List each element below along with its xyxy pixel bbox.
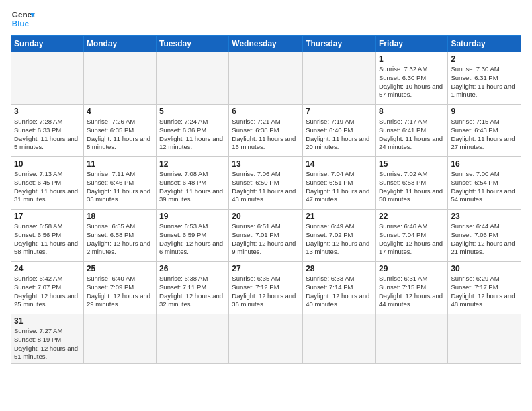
weekday-header-monday: Monday bbox=[83, 36, 156, 52]
calendar-cell: 26Sunrise: 6:38 AM Sunset: 7:11 PM Dayli… bbox=[157, 262, 229, 314]
week-row-1: 1Sunrise: 7:32 AM Sunset: 6:30 PM Daylig… bbox=[11, 52, 521, 105]
calendar-cell: 29Sunrise: 6:31 AM Sunset: 7:15 PM Dayli… bbox=[375, 262, 447, 314]
day-info: Sunrise: 6:29 AM Sunset: 7:17 PM Dayligh… bbox=[451, 275, 518, 309]
day-number: 31 bbox=[14, 316, 81, 326]
day-info: Sunrise: 7:11 AM Sunset: 6:46 PM Dayligh… bbox=[87, 170, 153, 204]
calendar-cell: 16Sunrise: 7:00 AM Sunset: 6:54 PM Dayli… bbox=[448, 157, 521, 210]
day-number: 1 bbox=[379, 54, 445, 64]
day-number: 14 bbox=[306, 159, 373, 169]
week-row-4: 17Sunrise: 6:58 AM Sunset: 6:56 PM Dayli… bbox=[11, 210, 521, 262]
day-info: Sunrise: 7:15 AM Sunset: 6:43 PM Dayligh… bbox=[451, 118, 518, 152]
calendar-cell: 3Sunrise: 7:28 AM Sunset: 6:33 PM Daylig… bbox=[11, 105, 84, 157]
day-info: Sunrise: 7:00 AM Sunset: 6:54 PM Dayligh… bbox=[451, 170, 518, 204]
day-info: Sunrise: 6:58 AM Sunset: 6:56 PM Dayligh… bbox=[14, 222, 81, 257]
calendar-cell: 21Sunrise: 6:49 AM Sunset: 7:02 PM Dayli… bbox=[303, 210, 376, 262]
day-info: Sunrise: 7:21 AM Sunset: 6:38 PM Dayligh… bbox=[232, 118, 300, 152]
calendar-cell bbox=[229, 52, 303, 105]
weekday-header-wednesday: Wednesday bbox=[229, 36, 303, 52]
day-info: Sunrise: 6:51 AM Sunset: 7:01 PM Dayligh… bbox=[232, 222, 300, 257]
calendar-cell: 31Sunrise: 7:27 AM Sunset: 8:19 PM Dayli… bbox=[11, 314, 84, 364]
day-number: 9 bbox=[451, 107, 518, 116]
weekday-header-tuesday: Tuesday bbox=[157, 36, 229, 52]
calendar-cell: 9Sunrise: 7:15 AM Sunset: 6:43 PM Daylig… bbox=[448, 105, 521, 157]
day-info: Sunrise: 7:13 AM Sunset: 6:45 PM Dayligh… bbox=[14, 170, 81, 204]
day-number: 17 bbox=[14, 212, 81, 221]
calendar-cell: 19Sunrise: 6:53 AM Sunset: 6:59 PM Dayli… bbox=[157, 210, 229, 262]
calendar-cell bbox=[229, 314, 303, 364]
calendar-cell: 6Sunrise: 7:21 AM Sunset: 6:38 PM Daylig… bbox=[229, 105, 303, 157]
calendar-cell: 13Sunrise: 7:06 AM Sunset: 6:50 PM Dayli… bbox=[229, 157, 303, 210]
calendar-cell: 14Sunrise: 7:04 AM Sunset: 6:51 PM Dayli… bbox=[303, 157, 376, 210]
svg-text:Blue: Blue bbox=[12, 19, 30, 28]
day-number: 8 bbox=[379, 107, 445, 116]
calendar-cell bbox=[83, 314, 156, 364]
day-info: Sunrise: 6:40 AM Sunset: 7:09 PM Dayligh… bbox=[87, 275, 153, 309]
day-number: 20 bbox=[232, 212, 300, 221]
calendar-cell bbox=[83, 52, 156, 105]
calendar-cell: 2Sunrise: 7:30 AM Sunset: 6:31 PM Daylig… bbox=[448, 52, 521, 105]
calendar-cell: 7Sunrise: 7:19 AM Sunset: 6:40 PM Daylig… bbox=[303, 105, 376, 157]
generalblue-logo-icon: General Blue bbox=[11, 7, 35, 31]
day-number: 22 bbox=[379, 212, 445, 221]
day-info: Sunrise: 7:04 AM Sunset: 6:51 PM Dayligh… bbox=[306, 170, 373, 204]
day-info: Sunrise: 6:49 AM Sunset: 7:02 PM Dayligh… bbox=[306, 222, 373, 257]
calendar-cell: 8Sunrise: 7:17 AM Sunset: 6:41 PM Daylig… bbox=[375, 105, 447, 157]
week-row-5: 24Sunrise: 6:42 AM Sunset: 7:07 PM Dayli… bbox=[11, 262, 521, 314]
calendar-cell: 11Sunrise: 7:11 AM Sunset: 6:46 PM Dayli… bbox=[83, 157, 156, 210]
calendar-cell bbox=[303, 314, 376, 364]
weekday-header-thursday: Thursday bbox=[303, 36, 376, 52]
header: General Blue bbox=[11, 7, 521, 31]
calendar-cell bbox=[448, 314, 521, 364]
calendar-cell: 22Sunrise: 6:46 AM Sunset: 7:04 PM Dayli… bbox=[375, 210, 447, 262]
day-info: Sunrise: 7:27 AM Sunset: 8:19 PM Dayligh… bbox=[14, 327, 81, 361]
day-number: 26 bbox=[159, 264, 226, 273]
calendar-cell: 5Sunrise: 7:24 AM Sunset: 6:36 PM Daylig… bbox=[157, 105, 229, 157]
day-number: 6 bbox=[232, 107, 300, 116]
weekday-header-sunday: Sunday bbox=[11, 36, 84, 52]
day-info: Sunrise: 7:28 AM Sunset: 6:33 PM Dayligh… bbox=[14, 118, 81, 152]
day-info: Sunrise: 6:44 AM Sunset: 7:06 PM Dayligh… bbox=[451, 222, 518, 257]
day-number: 4 bbox=[87, 107, 153, 116]
logo: General Blue bbox=[11, 7, 35, 31]
day-number: 13 bbox=[232, 159, 300, 169]
calendar-cell: 28Sunrise: 6:33 AM Sunset: 7:14 PM Dayli… bbox=[303, 262, 376, 314]
weekday-header-friday: Friday bbox=[375, 36, 447, 52]
calendar-cell bbox=[11, 52, 84, 105]
day-info: Sunrise: 6:42 AM Sunset: 7:07 PM Dayligh… bbox=[14, 275, 81, 309]
calendar-cell bbox=[157, 52, 229, 105]
day-info: Sunrise: 7:26 AM Sunset: 6:35 PM Dayligh… bbox=[87, 118, 153, 152]
day-number: 10 bbox=[14, 159, 81, 169]
day-info: Sunrise: 6:53 AM Sunset: 6:59 PM Dayligh… bbox=[159, 222, 226, 257]
day-number: 30 bbox=[451, 264, 518, 273]
calendar-cell bbox=[375, 314, 447, 364]
calendar-cell bbox=[157, 314, 229, 364]
weekday-header-row: SundayMondayTuesdayWednesdayThursdayFrid… bbox=[11, 36, 521, 52]
day-info: Sunrise: 7:02 AM Sunset: 6:53 PM Dayligh… bbox=[379, 170, 445, 204]
calendar-cell bbox=[303, 52, 376, 105]
day-info: Sunrise: 7:06 AM Sunset: 6:50 PM Dayligh… bbox=[232, 170, 300, 204]
calendar-cell: 17Sunrise: 6:58 AM Sunset: 6:56 PM Dayli… bbox=[11, 210, 84, 262]
day-info: Sunrise: 6:31 AM Sunset: 7:15 PM Dayligh… bbox=[379, 275, 445, 309]
day-number: 15 bbox=[379, 159, 445, 169]
calendar-cell: 23Sunrise: 6:44 AM Sunset: 7:06 PM Dayli… bbox=[448, 210, 521, 262]
day-number: 7 bbox=[306, 107, 373, 116]
calendar-cell: 20Sunrise: 6:51 AM Sunset: 7:01 PM Dayli… bbox=[229, 210, 303, 262]
calendar-cell: 27Sunrise: 6:35 AM Sunset: 7:12 PM Dayli… bbox=[229, 262, 303, 314]
calendar-cell: 15Sunrise: 7:02 AM Sunset: 6:53 PM Dayli… bbox=[375, 157, 447, 210]
day-number: 16 bbox=[451, 159, 518, 169]
calendar-cell: 25Sunrise: 6:40 AM Sunset: 7:09 PM Dayli… bbox=[83, 262, 156, 314]
day-number: 11 bbox=[87, 159, 153, 169]
calendar-cell: 10Sunrise: 7:13 AM Sunset: 6:45 PM Dayli… bbox=[11, 157, 84, 210]
day-number: 5 bbox=[159, 107, 226, 116]
weekday-header-saturday: Saturday bbox=[448, 36, 521, 52]
week-row-2: 3Sunrise: 7:28 AM Sunset: 6:33 PM Daylig… bbox=[11, 105, 521, 157]
day-info: Sunrise: 6:55 AM Sunset: 6:58 PM Dayligh… bbox=[87, 222, 153, 257]
day-number: 3 bbox=[14, 107, 81, 116]
day-info: Sunrise: 6:33 AM Sunset: 7:14 PM Dayligh… bbox=[306, 275, 373, 309]
day-number: 25 bbox=[87, 264, 153, 273]
day-number: 19 bbox=[159, 212, 226, 221]
calendar-cell: 30Sunrise: 6:29 AM Sunset: 7:17 PM Dayli… bbox=[448, 262, 521, 314]
day-info: Sunrise: 7:30 AM Sunset: 6:31 PM Dayligh… bbox=[451, 65, 518, 99]
day-info: Sunrise: 7:19 AM Sunset: 6:40 PM Dayligh… bbox=[306, 118, 373, 152]
day-info: Sunrise: 7:08 AM Sunset: 6:48 PM Dayligh… bbox=[159, 170, 226, 204]
